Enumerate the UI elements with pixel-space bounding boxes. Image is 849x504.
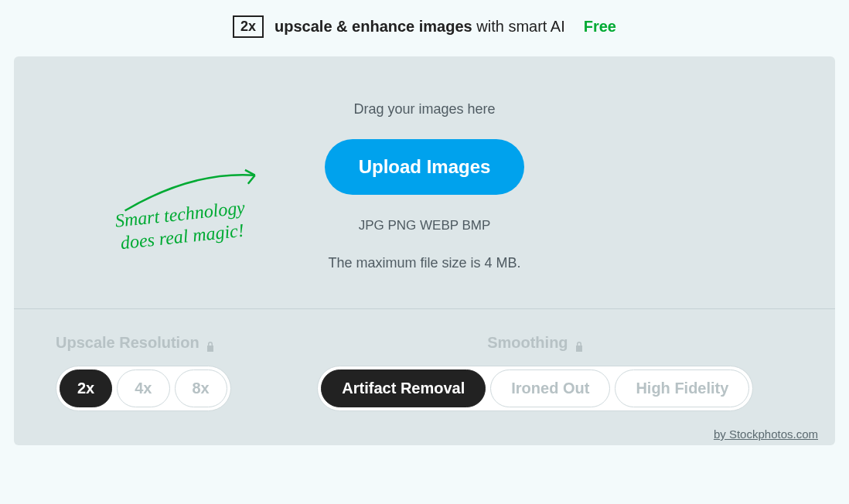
headline-free-badge: Free [584, 18, 616, 36]
smoothing-option-high-fidelity[interactable]: High Fidelity [615, 369, 749, 407]
resolution-segmented: 2x 4x 8x [56, 366, 231, 411]
resolution-title-text: Upscale Resolution [56, 334, 199, 352]
smoothing-segmented: Artifact Removal Ironed Out High Fidelit… [317, 366, 753, 411]
attribution-link[interactable]: by Stockphotos.com [714, 427, 818, 441]
smoothing-option-artifact-removal[interactable]: Artifact Removal [321, 369, 486, 407]
smoothing-title-text: Smoothing [487, 334, 568, 352]
arrow-icon [115, 162, 273, 216]
resolution-title: Upscale Resolution [56, 334, 231, 352]
headline-text: upscale & enhance images with smart AI [274, 18, 565, 36]
marketing-callout: Smart technology does real magic! [114, 196, 248, 254]
smoothing-title: Smoothing [487, 334, 583, 352]
resolution-group: Upscale Resolution 2x 4x 8x [56, 334, 231, 411]
drag-hint: Drag your images here [37, 101, 812, 117]
headline: 2x upscale & enhance images with smart A… [0, 15, 849, 38]
lock-icon [575, 338, 584, 349]
upload-card: Smart technology does real magic! Drag y… [14, 56, 835, 445]
controls-row: Upscale Resolution 2x 4x 8x Smoothing [14, 309, 835, 445]
headline-light: with smart AI [472, 18, 565, 35]
max-file-size: The maximum file size is 4 MB. [37, 255, 812, 271]
upload-button[interactable]: Upload Images [325, 139, 525, 195]
drop-zone[interactable]: Smart technology does real magic! Drag y… [14, 56, 835, 308]
resolution-option-8x[interactable]: 8x [175, 369, 227, 407]
lock-icon [206, 338, 215, 349]
headline-badge: 2x [233, 15, 264, 38]
smoothing-group: Smoothing Artifact Removal Ironed Out Hi… [278, 334, 793, 411]
smoothing-option-ironed-out[interactable]: Ironed Out [490, 369, 610, 407]
resolution-option-2x[interactable]: 2x [60, 369, 112, 407]
resolution-option-4x[interactable]: 4x [117, 369, 169, 407]
headline-bold: upscale & enhance images [274, 18, 472, 35]
